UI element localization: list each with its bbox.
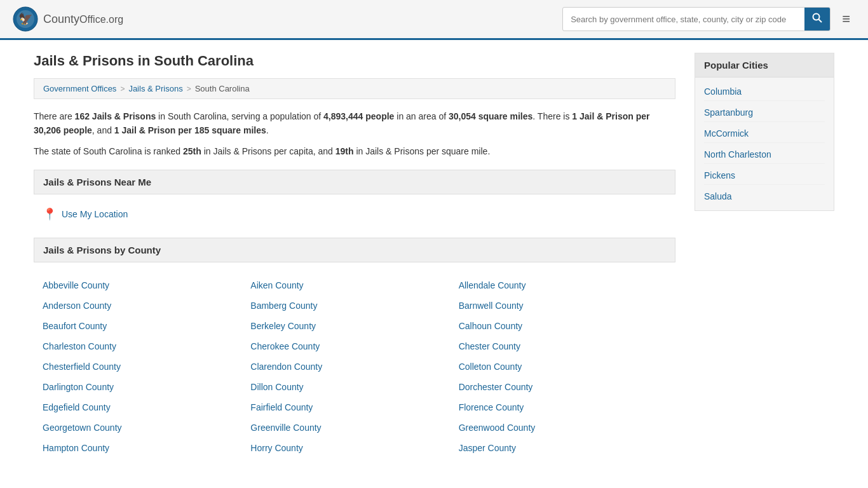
county-link[interactable]: Abbeville County xyxy=(43,275,250,295)
county-link[interactable]: Georgetown County xyxy=(43,417,250,438)
county-link[interactable]: Aiken County xyxy=(250,275,458,295)
desc1-suffix: . There is xyxy=(532,111,572,121)
svg-text:🦅: 🦅 xyxy=(18,12,33,26)
desc1-end: . xyxy=(266,125,269,135)
desc1-prefix: There are xyxy=(34,111,75,121)
county-list: Abbeville CountyAiken CountyAllendale Co… xyxy=(34,270,675,463)
breadcrumb: Government Offices > Jails & Prisons > S… xyxy=(34,78,675,99)
sidebar-city-link[interactable]: Pickens xyxy=(704,166,825,185)
location-icon: 📍 xyxy=(43,207,57,221)
county-link[interactable]: Greenwood County xyxy=(459,417,667,438)
county-link[interactable]: Anderson County xyxy=(43,295,250,316)
breadcrumb-current: South Carolina xyxy=(195,84,250,93)
desc1-bold3: 30,054 square miles xyxy=(449,111,532,121)
logo-icon: 🦅 xyxy=(13,6,38,32)
header-right: ≡ xyxy=(562,7,855,31)
sidebar-city-link[interactable]: Saluda xyxy=(704,187,825,205)
desc1-bold1: 162 Jails & Prisons xyxy=(75,111,156,121)
county-link[interactable]: Hampton County xyxy=(43,438,250,458)
breadcrumb-sep-2: > xyxy=(187,85,191,93)
description-2: The state of South Carolina is ranked 25… xyxy=(34,144,675,158)
desc2-bold1: 25th xyxy=(183,146,201,156)
sidebar-city-link[interactable]: Columbia xyxy=(704,83,825,101)
search-button[interactable] xyxy=(804,8,830,30)
menu-button[interactable]: ≡ xyxy=(837,8,855,30)
by-county-header: Jails & Prisons by County xyxy=(34,238,675,262)
county-link[interactable]: Clarendon County xyxy=(250,356,458,377)
search-box xyxy=(562,7,831,31)
county-link[interactable]: Colleton County xyxy=(459,356,667,377)
sidebar-city-link[interactable]: Spartanburg xyxy=(704,104,825,122)
breadcrumb-sep-1: > xyxy=(120,85,125,93)
sidebar: Popular Cities ColumbiaSpartanburgMcCorm… xyxy=(695,53,834,463)
header: 🦅 CountyOffice.org ≡ xyxy=(0,0,868,40)
county-link[interactable]: Calhoun County xyxy=(459,316,667,336)
county-link[interactable]: Barnwell County xyxy=(459,295,667,316)
use-location-link[interactable]: Use My Location xyxy=(62,209,128,219)
county-link[interactable]: Greenville County xyxy=(250,417,458,438)
svg-point-3 xyxy=(813,14,820,20)
county-link[interactable]: Berkeley County xyxy=(250,316,458,336)
desc1-mid1: in South Carolina, serving a population … xyxy=(156,111,323,121)
sidebar-links: ColumbiaSpartanburgMcCormickNorth Charle… xyxy=(695,78,834,210)
page-title: Jails & Prisons in South Carolina xyxy=(34,53,675,69)
logo-area: 🦅 CountyOffice.org xyxy=(13,6,123,32)
county-link[interactable]: Allendale County xyxy=(459,275,667,295)
sidebar-box: Popular Cities ColumbiaSpartanburgMcCorm… xyxy=(695,53,834,211)
svg-line-4 xyxy=(819,20,822,23)
county-link[interactable]: Fairfield County xyxy=(250,397,458,417)
search-icon xyxy=(812,13,822,23)
county-link[interactable]: Dorchester County xyxy=(459,377,667,397)
near-me-header: Jails & Prisons Near Me xyxy=(34,170,675,194)
county-link[interactable]: Edgefield County xyxy=(43,397,250,417)
desc1-bold5: 1 Jail & Prison per 185 square miles xyxy=(114,125,266,135)
county-link[interactable]: Beaufort County xyxy=(43,316,250,336)
search-input[interactable] xyxy=(563,10,804,29)
county-link[interactable]: Horry County xyxy=(250,438,458,458)
county-link[interactable]: Jasper County xyxy=(459,438,667,458)
sidebar-title: Popular Cities xyxy=(695,53,834,78)
content-area: Jails & Prisons in South Carolina Govern… xyxy=(34,53,675,463)
sidebar-city-link[interactable]: North Charleston xyxy=(704,146,825,164)
county-link[interactable]: Cherokee County xyxy=(250,336,458,356)
county-link[interactable]: Florence County xyxy=(459,397,667,417)
county-link[interactable]: Darlington County xyxy=(43,377,250,397)
breadcrumb-link-jails[interactable]: Jails & Prisons xyxy=(128,84,182,93)
desc2-bold2: 19th xyxy=(336,146,354,156)
county-link[interactable]: Chesterfield County xyxy=(43,356,250,377)
sidebar-city-link[interactable]: McCormick xyxy=(704,125,825,143)
main-container: Jails & Prisons in South Carolina Govern… xyxy=(21,40,847,476)
county-link[interactable]: Charleston County xyxy=(43,336,250,356)
desc2-mid1: in Jails & Prisons per capita, and xyxy=(201,146,336,156)
desc2-suffix: in Jails & Prisons per square mile. xyxy=(354,146,491,156)
logo-text: CountyOffice.org xyxy=(43,13,123,26)
county-link[interactable]: Dillon County xyxy=(250,377,458,397)
desc1-bold2: 4,893,444 people xyxy=(323,111,394,121)
near-me-section: 📍 Use My Location xyxy=(34,202,675,226)
description-1: There are 162 Jails & Prisons in South C… xyxy=(34,109,675,138)
breadcrumb-link-gov[interactable]: Government Offices xyxy=(43,84,116,93)
desc2-prefix: The state of South Carolina is ranked xyxy=(34,146,183,156)
desc1-mid3: , and xyxy=(92,125,114,135)
desc1-mid2: in an area of xyxy=(394,111,449,121)
county-link[interactable]: Bamberg County xyxy=(250,295,458,316)
county-link[interactable]: Chester County xyxy=(459,336,667,356)
